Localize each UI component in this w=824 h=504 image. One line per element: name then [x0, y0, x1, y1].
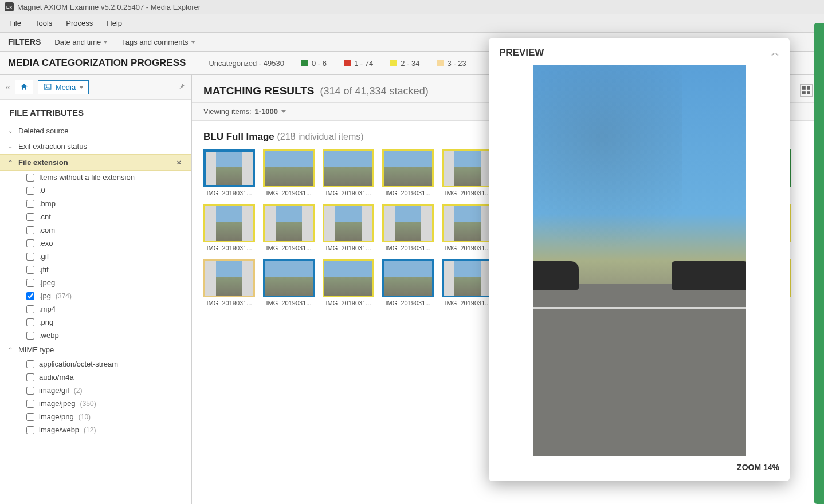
thumbnail[interactable]: IMG_2019031... — [382, 259, 434, 306]
checkbox[interactable] — [26, 266, 34, 274]
sidebar-tree[interactable]: ⌄Deleted source ⌄Exif extraction status … — [0, 123, 191, 504]
checkbox[interactable] — [26, 387, 34, 395]
tree-mime-type[interactable]: ⌃MIME type — [0, 342, 191, 357]
file-ext-option[interactable]: .png — [0, 316, 191, 329]
thumbnail-frame[interactable] — [263, 204, 315, 242]
checkbox[interactable] — [26, 292, 34, 300]
thumbnail-frame[interactable] — [442, 149, 493, 187]
thumbnail[interactable]: IMG_2019031... — [323, 259, 374, 306]
checkbox[interactable] — [26, 253, 34, 261]
thumbnail[interactable]: IMG_2019031... — [203, 204, 255, 251]
cat-0[interactable]: 0 - 6 — [301, 59, 327, 68]
tree-exif-status[interactable]: ⌄Exif extraction status — [0, 139, 191, 154]
checkbox[interactable] — [26, 174, 34, 182]
thumbnail-frame[interactable] — [382, 149, 434, 187]
media-dropdown[interactable]: Media — [38, 80, 89, 94]
tree-file-extension[interactable]: ⌃File extension× — [0, 154, 191, 171]
caret-down-icon[interactable] — [281, 110, 286, 113]
thumbnail-frame[interactable] — [382, 259, 434, 297]
thumbnail[interactable]: IMG_2019031... — [263, 259, 315, 306]
window-edge-decoration — [814, 23, 824, 504]
thumbnail[interactable]: IMG_2019031... — [203, 259, 255, 306]
checkbox[interactable] — [26, 239, 34, 247]
checkbox[interactable] — [26, 360, 34, 368]
thumbnail-frame[interactable] — [323, 259, 374, 297]
thumbnail-frame[interactable] — [382, 204, 434, 242]
filter-date-time[interactable]: Date and time — [54, 38, 108, 46]
tree-deleted-source[interactable]: ⌄Deleted source — [0, 123, 191, 139]
thumbnail[interactable]: IMG_2019031... — [442, 259, 493, 306]
thumbnail[interactable]: IMG_2019031... — [382, 149, 434, 196]
file-ext-option[interactable]: .bmp — [0, 197, 191, 210]
thumbnail-frame[interactable] — [442, 259, 493, 297]
thumbnail-frame[interactable] — [203, 259, 255, 297]
checkbox[interactable] — [26, 332, 34, 340]
checkbox[interactable] — [26, 200, 34, 208]
mime-option[interactable]: image/jpeg(350) — [0, 397, 191, 410]
thumbnail[interactable]: IMG_2019031... — [263, 149, 315, 196]
checkbox[interactable] — [26, 279, 34, 287]
cat-2[interactable]: 2 - 34 — [390, 59, 419, 68]
mime-option[interactable]: application/octet-stream — [0, 357, 191, 371]
thumbnail-frame[interactable] — [263, 149, 315, 187]
checkbox[interactable] — [26, 413, 34, 421]
close-icon[interactable]: × — [174, 158, 183, 167]
menu-process[interactable]: Process — [60, 17, 99, 30]
preview-header: PREVIEW ︽ — [499, 47, 779, 58]
thumbnail[interactable]: IMG_2019031... — [442, 149, 493, 196]
home-button[interactable] — [15, 80, 33, 94]
mime-option[interactable]: image/png(10) — [0, 410, 191, 423]
file-ext-option[interactable]: .jfif — [0, 263, 191, 276]
file-ext-option[interactable]: .jpeg — [0, 276, 191, 289]
file-ext-option[interactable]: .exo — [0, 237, 191, 250]
file-ext-option[interactable]: .gif — [0, 250, 191, 263]
thumbnail[interactable]: IMG_2019031... — [263, 204, 315, 251]
pin-button[interactable] — [178, 82, 186, 92]
file-ext-option[interactable]: .webp — [0, 329, 191, 342]
preview-collapse-button[interactable]: ︽ — [771, 48, 779, 58]
file-ext-option[interactable]: .0 — [0, 184, 191, 197]
chevron-down-icon: ⌄ — [8, 128, 14, 134]
file-ext-option[interactable]: .mp4 — [0, 302, 191, 316]
checkbox[interactable] — [26, 226, 34, 234]
thumbnail-frame[interactable] — [263, 259, 315, 297]
view-grid-button[interactable] — [800, 84, 813, 97]
checkbox[interactable] — [26, 400, 34, 408]
preview-image[interactable] — [533, 65, 746, 456]
checkbox[interactable] — [26, 213, 34, 221]
thumbnail[interactable]: IMG_2019031... — [442, 204, 493, 251]
thumbnail[interactable]: IMG_2019031... — [323, 204, 374, 251]
svg-rect-5 — [807, 91, 810, 94]
mime-option[interactable]: image/gif(2) — [0, 384, 191, 397]
thumbnail[interactable]: IMG_2019031... — [203, 149, 255, 196]
thumbnail-frame[interactable] — [203, 204, 255, 242]
thumbnail-frame[interactable] — [203, 149, 255, 187]
pin-icon — [178, 82, 186, 90]
uncategorized-count: Uncategorized - 49530 — [209, 59, 284, 68]
sidebar-collapse-button[interactable]: « — [6, 82, 10, 92]
file-ext-option[interactable]: .cnt — [0, 210, 191, 223]
checkbox[interactable] — [26, 426, 34, 434]
menu-tools[interactable]: Tools — [29, 17, 58, 30]
file-attributes-header: FILE ATTRIBUTES — [0, 100, 191, 123]
thumbnail-frame[interactable] — [323, 149, 374, 187]
menu-file[interactable]: File — [3, 17, 27, 30]
mime-option[interactable]: image/webp(12) — [0, 423, 191, 436]
checkbox[interactable] — [26, 318, 34, 326]
file-ext-option[interactable]: .com — [0, 223, 191, 237]
file-ext-option[interactable]: Items without a file extension — [0, 171, 191, 184]
viewing-label: Viewing items: — [203, 107, 252, 116]
mime-option[interactable]: audio/m4a — [0, 371, 191, 384]
cat-1[interactable]: 1 - 74 — [344, 59, 373, 68]
menu-help[interactable]: Help — [101, 17, 128, 30]
checkbox[interactable] — [26, 187, 34, 195]
cat-3[interactable]: 3 - 23 — [437, 59, 466, 68]
thumbnail[interactable]: IMG_2019031... — [323, 149, 374, 196]
thumbnail-frame[interactable] — [323, 204, 374, 242]
checkbox[interactable] — [26, 373, 34, 381]
file-ext-option[interactable]: .jpg(374) — [0, 289, 191, 302]
thumbnail[interactable]: IMG_2019031... — [382, 204, 434, 251]
filter-tags-comments[interactable]: Tags and comments — [121, 38, 195, 46]
thumbnail-frame[interactable] — [442, 204, 493, 242]
checkbox[interactable] — [26, 305, 34, 313]
